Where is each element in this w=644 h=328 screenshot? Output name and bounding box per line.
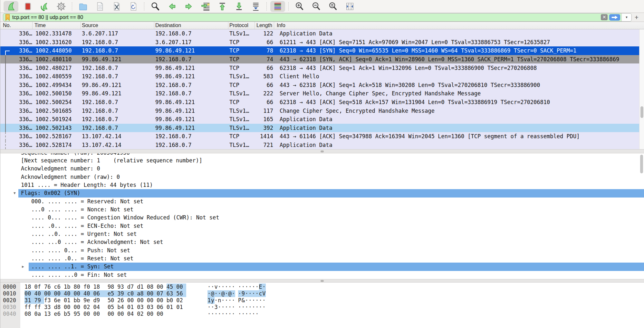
ascii-char: · <box>225 290 228 297</box>
packet-row[interactable]: 336…1002.50015099.86.49.121192.168.0.7TL… <box>0 89 644 98</box>
filter-clear-button[interactable]: ✕ <box>601 14 608 20</box>
packet-row[interactable]: 336…1002.502143192.168.0.799.86.49.121TL… <box>0 124 644 132</box>
details-scrollbar-thumb[interactable] <box>640 155 643 173</box>
packet-row[interactable]: 336…1002.3314783.6.207.117192.168.0.7TLS… <box>0 29 644 38</box>
colorize-packets-button[interactable] <box>270 1 285 12</box>
column-header-destination[interactable]: Destination <box>154 22 228 29</box>
detail-row[interactable]: ...0 .... .... = Nonce: Not set <box>0 206 644 214</box>
start-capture-button[interactable] <box>4 1 18 12</box>
filter-add-button[interactable]: + <box>632 14 641 21</box>
column-header-no[interactable]: No. <box>0 22 33 29</box>
detail-row[interactable]: ▼Flags: 0x002 (SYN) <box>0 189 644 197</box>
find-packet-button[interactable] <box>148 1 163 12</box>
pane-splitter[interactable] <box>0 149 644 153</box>
detail-row[interactable]: .... .... .0.. = Reset: Not set <box>0 255 644 263</box>
column-header-time[interactable]: Time <box>33 22 81 29</box>
detail-row[interactable]: Sequence number (raw): 2005041956 <box>0 153 644 157</box>
hex-ascii: ·············· <box>207 311 259 317</box>
packet-list-scrollbar[interactable] <box>639 29 644 149</box>
expand-arrow-icon[interactable]: ▶ <box>22 263 24 271</box>
packet-row[interactable]: 336…1002.448050192.168.0.799.86.49.121TC… <box>0 46 644 55</box>
reload-file-button[interactable] <box>126 1 141 12</box>
hex-byte: 0a <box>34 311 41 317</box>
detail-row[interactable]: .... ..0. .... = Urgent: Not set <box>0 230 644 238</box>
detail-text: .... 0... .... = Congestion Window Reduc… <box>29 214 644 222</box>
cell-info: 61211 → 443 [ACK] Seq=7151 Ack=97069 Win… <box>274 39 644 45</box>
hex-row[interactable]: 0030ffff33d80000020405b4010303060101··3·… <box>0 304 644 311</box>
hex-byte: 00 <box>147 290 157 297</box>
go-first-packet-button[interactable] <box>215 1 230 12</box>
hex-byte: 76 <box>44 284 51 290</box>
packet-row[interactable]: 336…1002.500254192.168.0.799.86.49.121TC… <box>0 98 644 107</box>
packet-row[interactable]: 336…1002.52817413.107.42.14192.168.0.7TL… <box>0 141 644 150</box>
detail-row[interactable]: .... ...0 .... = Acknowledgment: Not set <box>0 238 644 246</box>
cell-info: Application Data <box>274 142 644 148</box>
filter-bookmark-button[interactable] <box>3 14 12 21</box>
hex-row[interactable]: 0040080a13e6b5950000000004020000········… <box>0 311 644 317</box>
detail-row[interactable]: .... .... ...0 = Fin: Not set <box>0 271 644 279</box>
resize-columns-button[interactable] <box>342 1 357 12</box>
go-last-packet-button[interactable] <box>232 1 246 12</box>
packet-row[interactable]: 336…1002.501685192.168.0.799.86.49.121TL… <box>0 106 644 115</box>
detail-row[interactable]: .... .... 0... = Push: Not set <box>0 246 644 255</box>
stop-capture-button[interactable] <box>20 1 35 12</box>
scrollbar-thumb[interactable] <box>640 106 643 118</box>
packet-row[interactable]: 336…1002.49943499.86.49.121192.168.0.7TC… <box>0 81 644 90</box>
pane-splitter[interactable] <box>0 279 644 283</box>
filter-apply-button[interactable] <box>609 14 620 21</box>
save-file-button[interactable]: 011010110110 <box>92 1 107 12</box>
cell-time: 1002.480559 <box>33 73 81 80</box>
ascii-char: · <box>238 284 242 290</box>
filter-dropdown-button[interactable]: ▾ <box>621 14 631 21</box>
packet-row[interactable]: 336…1002.48011099.86.49.121192.168.0.7TC… <box>0 55 644 64</box>
packet-row[interactable]: 336…1002.331620192.168.0.73.6.207.117TCP… <box>0 38 644 47</box>
cell-info: 443 → 62318 [ACK] Seq=1 Ack=518 Win=3020… <box>274 82 644 88</box>
detail-row[interactable]: [Next sequence number: 1 (relative seque… <box>0 157 644 165</box>
detail-text: .... .... 0... = Push: Not set <box>29 246 644 255</box>
cell-destination: 192.168.0.7 <box>154 30 228 37</box>
detail-row[interactable]: .... .0.. .... = ECN-Echo: Not set <box>0 222 644 230</box>
ascii-char: · <box>248 297 252 304</box>
zoom-out-button[interactable] <box>309 1 324 12</box>
packet-row[interactable]: 336…1002.501924192.168.0.799.86.49.121TL… <box>0 115 644 124</box>
detail-row[interactable]: Acknowledgment number (raw): 0 <box>0 173 644 181</box>
detail-row[interactable]: 1011 .... = Header Length: 44 bytes (11) <box>0 181 644 189</box>
restart-capture-button[interactable] <box>37 1 52 12</box>
hex-row[interactable]: 0000180f76c61b80f0189893d7d108004500··v·… <box>0 284 644 290</box>
packet-row[interactable]: 336…1002.480217192.168.0.799.86.49.121TC… <box>0 63 644 72</box>
close-file-button[interactable] <box>109 1 124 12</box>
display-filter-field[interactable]: tcp.port == 80 || udp.port == 80 ✕ ▾ <box>3 13 632 22</box>
go-to-packet-button[interactable] <box>198 1 213 12</box>
zoom-in-button[interactable] <box>292 1 307 12</box>
column-header-source[interactable]: Source <box>81 22 154 29</box>
packet-row[interactable]: 336…1002.480559192.168.0.799.86.49.121TL… <box>0 72 644 81</box>
hex-byte: 56 <box>176 290 186 297</box>
hex-row[interactable]: 00203179f36e01bb9ed9502600000000b0021y·n… <box>0 297 644 304</box>
column-header-info[interactable]: Info <box>274 22 644 29</box>
zoom-reset-button[interactable] <box>326 1 341 12</box>
packet-row[interactable]: 336…1002.52816713.107.42.14192.168.0.7TC… <box>0 132 644 141</box>
ascii-char: · <box>259 304 263 311</box>
column-header-protocol[interactable]: Protocol <box>228 22 255 29</box>
ascii-char: y <box>211 297 215 304</box>
detail-row[interactable]: ▶.... .... ..1. = Syn: Set <box>0 263 644 271</box>
detail-text: Acknowledgment number (raw): 0 <box>18 173 644 181</box>
filter-input[interactable]: tcp.port == 80 || udp.port == 80 <box>12 14 601 20</box>
hex-byte: d7 <box>127 284 134 290</box>
detail-row[interactable]: 000. .... .... = Reserved: Not set <box>0 198 644 206</box>
hex-row[interactable]: 00100040000040004006e539c0a800076356·@··… <box>0 290 644 297</box>
cell-source: 99.86.49.121 <box>81 82 154 88</box>
detail-row[interactable]: .... 0... .... = Congestion Window Reduc… <box>0 214 644 222</box>
auto-scroll-button[interactable] <box>248 1 263 12</box>
cell-info: Application Data <box>274 116 644 122</box>
toolbar-separator <box>144 2 145 11</box>
collapse-arrow-icon[interactable]: ▼ <box>14 189 16 197</box>
go-back-button[interactable] <box>165 1 179 12</box>
ascii-char: · <box>262 297 266 304</box>
detail-row[interactable]: Acknowledgment number: 0 <box>0 165 644 173</box>
capture-options-button[interactable] <box>54 1 69 12</box>
resize-columns-icon <box>345 2 355 11</box>
open-file-button[interactable] <box>76 1 91 12</box>
go-forward-button[interactable] <box>181 1 196 12</box>
column-header-length[interactable]: Length <box>255 22 274 29</box>
